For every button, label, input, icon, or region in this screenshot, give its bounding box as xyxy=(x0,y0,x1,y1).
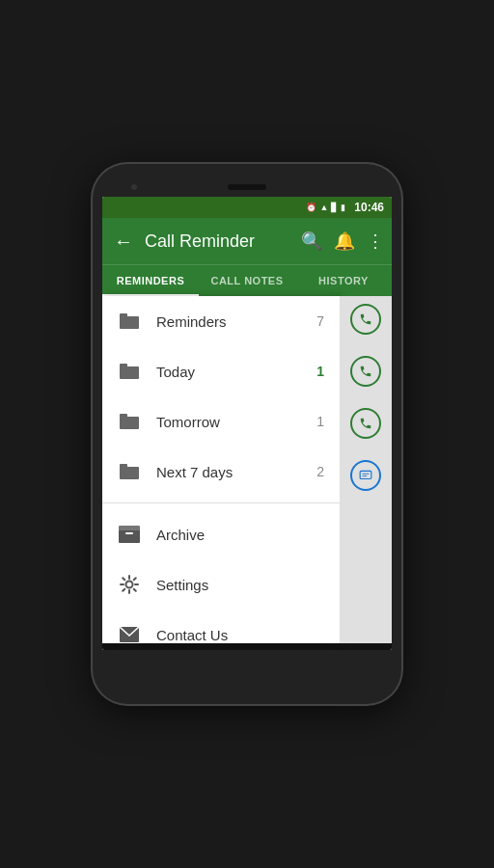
more-icon[interactable]: ⋮ xyxy=(367,231,384,252)
folder-icon-reminders xyxy=(118,310,141,333)
divider-1 xyxy=(102,502,340,503)
phone-icon-3[interactable] xyxy=(350,408,381,439)
svg-rect-7 xyxy=(120,464,127,469)
bottom-nav: ◁ ○ □ xyxy=(102,643,392,650)
phone-icon-2[interactable] xyxy=(350,356,381,387)
next7days-label: Next 7 days xyxy=(156,464,301,480)
phone-speaker xyxy=(228,184,266,190)
tab-reminders[interactable]: REMINDERS xyxy=(102,265,199,296)
reminders-count: 7 xyxy=(316,313,324,329)
alarm-icon: ⏰ xyxy=(306,203,316,212)
tomorrow-count: 1 xyxy=(316,414,324,429)
svg-rect-3 xyxy=(120,364,127,368)
tab-history[interactable]: HISTORY xyxy=(295,265,392,296)
status-time: 10:46 xyxy=(354,201,384,214)
phone-shell: ⏰ ▲ ▊ ▮ 10:46 ← Call Reminder 🔍 🔔 ⋮ REMI… xyxy=(93,164,401,704)
toolbar-title: Call Reminder xyxy=(145,231,293,252)
search-icon[interactable]: 🔍 xyxy=(301,231,322,252)
message-icon[interactable] xyxy=(350,460,381,491)
tab-bar: REMINDERS CALL NOTES HISTORY xyxy=(102,264,392,296)
folder-icon-next7days xyxy=(118,460,141,483)
svg-rect-10 xyxy=(125,532,133,534)
svg-rect-1 xyxy=(120,313,127,318)
phone-icon-1[interactable] xyxy=(350,304,381,335)
today-count: 1 xyxy=(316,364,324,379)
drawer-item-today[interactable]: Today 1 xyxy=(102,346,340,396)
tab-call-notes[interactable]: CALL NOTES xyxy=(199,265,295,296)
tomorrow-label: Tomorrow xyxy=(156,414,301,430)
side-drawer: Reminders 7 Today 1 xyxy=(102,296,340,643)
nav-back-button[interactable]: ◁ xyxy=(130,650,173,651)
status-icons: ⏰ ▲ ▊ ▮ 10:46 xyxy=(306,201,384,214)
settings-label: Settings xyxy=(156,577,324,593)
status-bar: ⏰ ▲ ▊ ▮ 10:46 xyxy=(102,197,392,218)
drawer-item-reminders[interactable]: Reminders 7 xyxy=(102,296,340,346)
settings-icon xyxy=(118,573,141,596)
drawer-item-archive[interactable]: Archive xyxy=(102,509,340,559)
toolbar: ← Call Reminder 🔍 🔔 ⋮ xyxy=(102,218,392,264)
bell-icon[interactable]: 🔔 xyxy=(334,231,355,252)
email-icon xyxy=(118,623,141,643)
phone-top-bar xyxy=(102,177,392,197)
svg-rect-18 xyxy=(360,471,371,478)
wifi-icon: ▲ xyxy=(319,203,328,212)
signal-icon: ▊ xyxy=(331,203,338,212)
drawer-item-settings[interactable]: Settings xyxy=(102,559,340,610)
svg-rect-9 xyxy=(119,526,140,530)
archive-label: Archive xyxy=(156,527,324,543)
archive-icon xyxy=(118,523,141,546)
svg-point-11 xyxy=(126,582,133,588)
phone-camera xyxy=(131,184,137,190)
right-panel xyxy=(340,296,392,643)
drawer-item-next7days[interactable]: Next 7 days 2 xyxy=(102,447,340,497)
drawer-overlay: Reminders 7 Today 1 xyxy=(102,296,392,643)
today-label: Today xyxy=(156,364,301,380)
svg-rect-5 xyxy=(120,414,127,419)
contact-label: Contact Us xyxy=(156,627,324,643)
folder-icon-today xyxy=(118,360,141,383)
drawer-item-tomorrow[interactable]: Tomorrow 1 xyxy=(102,396,340,447)
svg-rect-8 xyxy=(119,529,140,543)
back-button[interactable]: ← xyxy=(110,227,137,257)
reminders-label: Reminders xyxy=(156,313,301,330)
drawer-item-contact[interactable]: Contact Us xyxy=(102,610,340,643)
battery-icon: ▮ xyxy=(341,203,345,212)
next7days-count: 2 xyxy=(316,464,324,479)
toolbar-icons: 🔍 🔔 ⋮ xyxy=(301,231,384,252)
phone-screen: ⏰ ▲ ▊ ▮ 10:46 ← Call Reminder 🔍 🔔 ⋮ REMI… xyxy=(102,197,392,650)
folder-icon-tomorrow xyxy=(118,410,141,433)
